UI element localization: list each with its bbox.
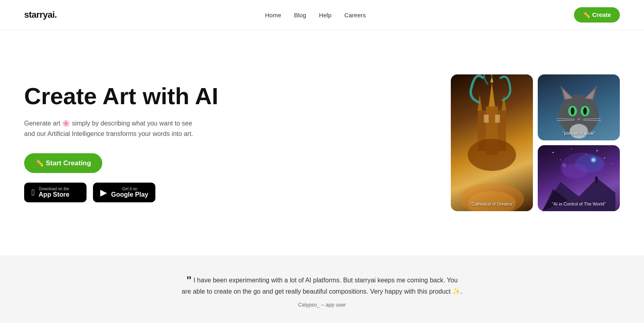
svg-point-29 xyxy=(597,150,598,152)
nav-careers[interactable]: Careers xyxy=(344,12,365,19)
image-galaxy: "AI in Control of The World" xyxy=(538,145,620,211)
testimonial-author: Calypso_ – app user xyxy=(24,302,620,308)
svg-line-25 xyxy=(583,120,601,121)
navbar: starryai. Home Blog Help Careers ✏️ Crea… xyxy=(0,0,644,30)
svg-point-38 xyxy=(592,158,595,161)
play-icon: ▶ xyxy=(100,187,107,198)
svg-rect-7 xyxy=(484,115,489,123)
hero-title: Create Art with AI xyxy=(24,83,218,109)
testimonial-section: " I have been experimenting with a lot o… xyxy=(0,255,644,323)
image-cat: "portrait of a cat" xyxy=(538,74,620,140)
svg-point-30 xyxy=(604,158,605,159)
logo[interactable]: starryai. xyxy=(24,10,57,20)
nav-home[interactable]: Home xyxy=(265,12,281,19)
svg-point-31 xyxy=(560,160,561,160)
nav-blog[interactable]: Blog xyxy=(294,12,306,19)
nav-help[interactable]: Help xyxy=(319,12,332,19)
svg-point-28 xyxy=(571,148,572,149)
hero-images: "Cathedral of Dreams" xyxy=(451,74,620,211)
svg-point-19 xyxy=(571,107,574,115)
google-play-main: Google Play xyxy=(111,191,148,198)
google-play-button[interactable]: ▶ Get it on Google Play xyxy=(93,183,155,202)
galaxy-caption: "AI in Control of The World" xyxy=(538,200,620,208)
hero-section: Create Art with AI Generate art 🌸 simply… xyxy=(0,30,644,255)
svg-point-9 xyxy=(468,139,516,171)
svg-point-42 xyxy=(595,176,598,180)
hero-left: Create Art with AI Generate art 🌸 simply… xyxy=(24,83,218,203)
store-buttons:  Download on the App Store ▶ Get it on … xyxy=(24,183,218,202)
svg-rect-8 xyxy=(495,115,500,123)
hero-subtitle: Generate art 🌸 simply by describing what… xyxy=(24,118,218,139)
svg-line-23 xyxy=(557,120,574,121)
nav-links: Home Blog Help Careers xyxy=(265,12,366,19)
create-button[interactable]: ✏️ Create xyxy=(574,7,620,23)
svg-point-20 xyxy=(583,107,587,115)
image-cathedral: "Cathedral of Dreams" xyxy=(451,74,533,211)
svg-marker-0 xyxy=(489,82,495,107)
apple-icon:  xyxy=(31,187,35,198)
svg-point-27 xyxy=(553,152,554,153)
open-quote-icon: " xyxy=(186,274,192,286)
app-store-top: Download on the xyxy=(39,187,69,191)
app-store-button[interactable]:  Download on the App Store xyxy=(24,183,87,202)
svg-marker-3 xyxy=(502,95,506,111)
svg-rect-43 xyxy=(596,180,597,183)
testimonial-quote: " I have been experimenting with a lot o… xyxy=(181,275,463,297)
google-play-top: Get it on xyxy=(111,187,148,191)
svg-marker-1 xyxy=(490,76,493,82)
app-store-main: App Store xyxy=(39,191,69,198)
svg-point-39 xyxy=(562,163,566,168)
start-creating-button[interactable]: ✏️ Start Creating xyxy=(24,153,102,173)
cathedral-caption: "Cathedral of Dreams" xyxy=(451,200,533,208)
cat-caption: "portrait of a cat" xyxy=(538,129,620,137)
svg-point-33 xyxy=(611,163,612,164)
